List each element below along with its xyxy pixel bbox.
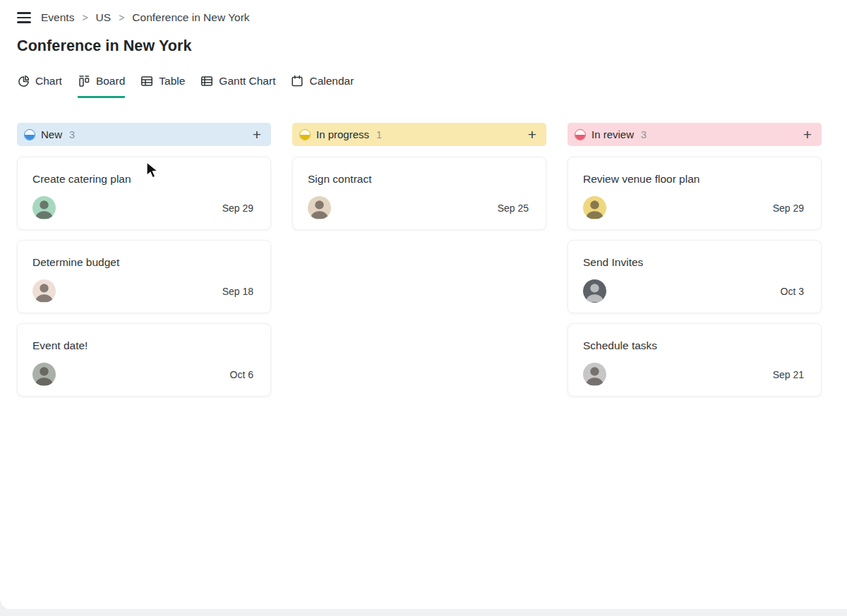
column-in-progress: In progress 1 + Sign contract Sep 25 — [292, 123, 546, 406]
breadcrumb-item-events[interactable]: Events — [41, 11, 74, 24]
task-title: Send Invites — [583, 256, 804, 269]
hamburger-icon[interactable] — [17, 12, 31, 23]
due-date: Sep 25 — [498, 203, 529, 214]
add-task-button[interactable]: + — [802, 127, 813, 142]
task-title: Event date! — [32, 339, 253, 352]
gantt-icon — [200, 75, 213, 87]
task-card[interactable]: Send Invites Oct 3 — [567, 240, 822, 313]
task-card[interactable]: Event date! Oct 6 — [17, 323, 271, 397]
column-new: New 3 + Create catering plan Sep 29 Dete… — [17, 123, 271, 406]
column-name: New — [41, 128, 62, 140]
task-card[interactable]: Create catering plan Sep 29 — [17, 157, 271, 230]
status-new-icon — [24, 129, 35, 140]
due-date: Sep 29 — [773, 203, 804, 214]
breadcrumb-item-us[interactable]: US — [96, 11, 112, 24]
assignee-avatar — [32, 279, 56, 303]
status-in-progress-icon — [299, 129, 311, 140]
tab-label: Gantt Chart — [219, 75, 275, 87]
due-date: Sep 18 — [222, 286, 253, 297]
task-title: Create catering plan — [32, 173, 253, 186]
tab-label: Table — [159, 75, 185, 87]
status-in-review-icon — [575, 129, 586, 140]
column-header-new[interactable]: New 3 + — [17, 123, 271, 146]
add-task-button[interactable]: + — [251, 127, 263, 142]
column-header-in-review[interactable]: In review 3 + — [567, 123, 822, 146]
chevron-separator: > — [82, 12, 88, 23]
task-title: Review venue floor plan — [583, 173, 804, 186]
page-title: Conference in New York — [17, 37, 192, 55]
task-card[interactable]: Determine budget Sep 18 — [17, 240, 271, 313]
assignee-avatar — [583, 279, 606, 303]
task-title: Sign contract — [308, 173, 529, 186]
pie-chart-icon — [17, 75, 30, 87]
task-card[interactable]: Schedule tasks Sep 21 — [567, 323, 822, 397]
tab-label: Chart — [35, 75, 62, 87]
calendar-icon — [291, 75, 304, 87]
due-date: Sep 21 — [773, 369, 804, 380]
due-date: Oct 3 — [781, 286, 804, 297]
tab-table[interactable]: Table — [140, 75, 185, 98]
add-task-button[interactable]: + — [527, 127, 538, 142]
view-tabs: Chart Board Table Gantt Chart — [17, 75, 369, 98]
kanban-icon — [78, 75, 90, 87]
task-title: Schedule tasks — [583, 339, 804, 352]
column-header-in-progress[interactable]: In progress 1 + — [292, 123, 546, 146]
tab-label: Board — [96, 75, 125, 87]
assignee-avatar — [583, 196, 606, 219]
task-card[interactable]: Review venue floor plan Sep 29 — [567, 157, 822, 230]
tab-gantt-chart[interactable]: Gantt Chart — [200, 75, 275, 98]
kanban-board: New 3 + Create catering plan Sep 29 Dete… — [17, 123, 822, 406]
assignee-avatar — [32, 196, 56, 219]
task-count-badge: 3 — [641, 129, 647, 140]
breadcrumb: Events > US > Conference in New York — [17, 10, 250, 25]
breadcrumb-item-current: Conference in New York — [132, 11, 249, 24]
task-count-badge: 3 — [69, 129, 75, 140]
table-icon — [140, 75, 153, 87]
chevron-separator: > — [119, 12, 124, 23]
due-date: Oct 6 — [230, 369, 253, 380]
task-card[interactable]: Sign contract Sep 25 — [292, 157, 546, 230]
tab-label: Calendar — [309, 75, 354, 87]
tab-calendar[interactable]: Calendar — [291, 75, 354, 98]
tab-chart[interactable]: Chart — [17, 75, 62, 98]
due-date: Sep 29 — [222, 203, 253, 214]
column-in-review: In review 3 + Review venue floor plan Se… — [567, 123, 822, 406]
tab-board[interactable]: Board — [78, 75, 125, 98]
column-name: In progress — [316, 128, 369, 140]
task-title: Determine budget — [32, 256, 253, 269]
assignee-avatar — [308, 196, 331, 219]
task-count-badge: 1 — [376, 129, 382, 140]
column-name: In review — [591, 128, 634, 140]
window-edge — [0, 609, 847, 616]
assignee-avatar — [583, 363, 606, 386]
assignee-avatar — [32, 363, 56, 386]
